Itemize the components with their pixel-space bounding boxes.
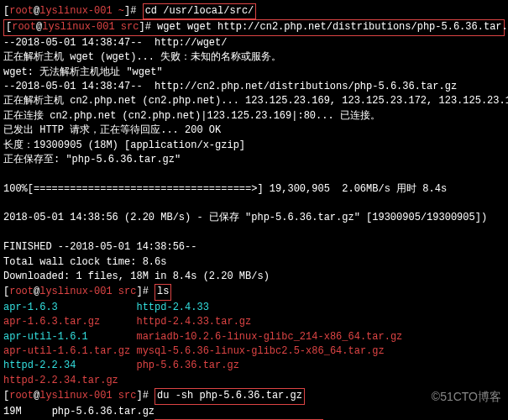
du-size: 19M [3,406,22,417]
path: src [121,21,139,33]
cmd-3[interactable]: ls [154,284,171,300]
output: Downloaded: 1 files, 18M in 8.4s (2.20 M… [3,270,505,284]
dir: apr-1.6.3 [3,302,136,313]
blank [3,226,505,240]
archive: apr-1.6.3.tar.gz [3,316,136,328]
prompt-line-4: [root@lyslinux-001 src]# du -sh php-5.6.… [3,388,505,404]
user: root [12,21,36,33]
ls-row: apr-1.6.3.tar.gz httpd-2.4.33.tar.gz [3,315,505,329]
cmd-text: cd /usr/local/src/ [145,5,254,17]
user: root [9,286,34,297]
blank [3,197,505,211]
output: Total wall clock time: 8.6s [3,255,505,270]
archive: php-5.6.36.tar.gz [136,360,238,371]
cmd-text: ls [157,286,169,297]
output: --2018-05-01 14:38:47-- http://cn2.php.n… [3,80,505,94]
output: 正在解析主机 wget (wget)... 失败：未知的名称或服务。 [3,50,505,65]
output: 已发出 HTTP 请求，正在等待回应... 200 OK [3,123,505,138]
output: FINISHED --2018-05-01 14:38:56-- [3,240,505,255]
prompt-line-3: [root@lyslinux-001 src]# ls [3,284,505,300]
archive: httpd-2.4.33.tar.gz [136,316,251,328]
output: 2018-05-01 14:38:56 (2.20 MB/s) - 已保存 "p… [3,211,505,225]
prompt-line-2: [root@lyslinux-001 src]# wget wget http:… [6,20,502,34]
cmd-text: wget wget http://cn2.php.net/distributio… [157,21,508,33]
cmd-1[interactable]: cd /usr/local/src/ [143,3,257,19]
ls-row: apr-1.6.3 httpd-2.4.33 [3,301,505,315]
ls-row: httpd-2.2.34.tar.gz [3,374,505,388]
archive: mariadb-10.2.6-linux-glibc_214-x86_64.ta… [136,331,402,343]
path: ~ [118,5,124,17]
du-output: 19M php-5.6.36.tar.gz [3,405,505,419]
wget-command-box: [root@lyslinux-001 src]# wget wget http:… [3,19,505,35]
output: 长度：19300905 (18M) [application/x-gzip] [3,139,505,153]
path: src [118,390,137,402]
blank [3,167,505,181]
user: root [9,390,34,402]
host: lyslinux-001 [42,21,114,33]
host: lyslinux-001 [39,5,112,17]
archive: apr-util-1.6.1.tar.gz [3,345,136,357]
dir: apr-util-1.6.1 [3,331,136,343]
ls-row: apr-util-1.6.1.tar.gz mysql-5.6.36-linux… [3,344,505,359]
ls-row: apr-util-1.6.1 mariadb-10.2.6-linux-glib… [3,330,505,344]
output: --2018-05-01 14:38:47-- http://wget/ [3,36,505,50]
dir: httpd-2.2.34 [3,360,136,371]
path: src [118,286,137,297]
output: 正在解析主机 cn2.php.net (cn2.php.net)... 123.… [3,94,505,108]
output: 正在连接 cn2.php.net (cn2.php.net)|123.125.2… [3,109,505,123]
du-file: php-5.6.36.tar.gz [52,406,154,417]
ls-row: httpd-2.2.34 php-5.6.36.tar.gz [3,359,505,373]
host: lyslinux-001 [39,286,112,297]
output: wget: 无法解析主机地址 "wget" [3,66,505,80]
prompt-line-1: [root@lyslinux-001 ~]# cd /usr/local/src… [3,3,505,19]
archive: mysql-5.6.36-linux-glibc2.5-x86_64.tar.g… [136,345,384,357]
progress: 100%[===================================… [3,182,505,197]
cmd-4[interactable]: du -sh php-5.6.36.tar.gz [154,388,305,404]
output: 正在保存至: "php-5.6.36.tar.gz" [3,153,505,167]
host: lyslinux-001 [39,390,112,402]
user: root [9,5,34,17]
cmd-text: du -sh php-5.6.36.tar.gz [157,390,302,402]
dir: httpd-2.4.33 [136,302,208,313]
